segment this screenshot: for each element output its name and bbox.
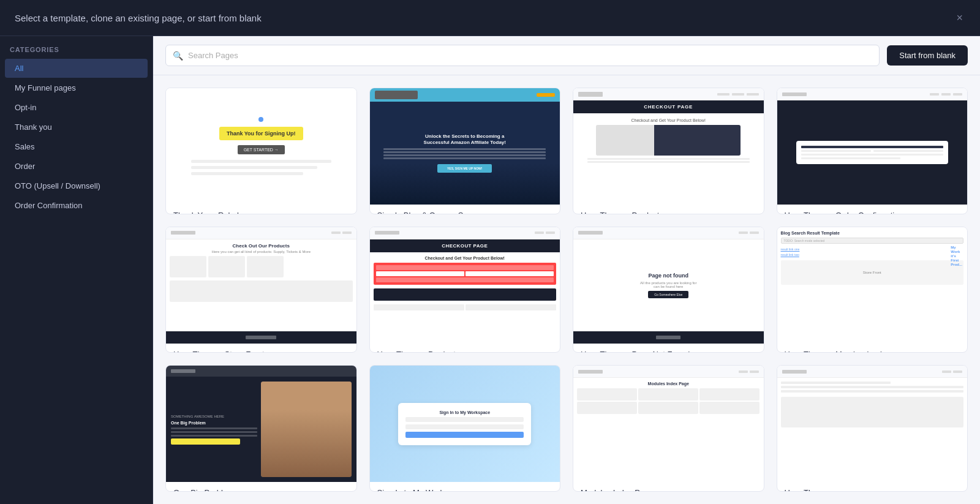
template-thumbnail: Page not found All the products you are … — [573, 227, 764, 344]
modal-body: Categories All My Funnel pages Opt-in Th… — [0, 36, 980, 504]
template-thumbnail: Check Out Our Products Here you can get … — [166, 227, 356, 344]
sidebar-item-thank-you[interactable]: Thank you — [5, 118, 148, 137]
template-name: Hero Theme - Member Login — [785, 350, 960, 353]
template-card[interactable]: Blog Search Result Template TODO: Search… — [777, 227, 968, 353]
template-card[interactable]: Page not found All the products you are … — [573, 227, 764, 353]
sidebar-item-order[interactable]: Order — [5, 157, 148, 176]
template-card[interactable]: CHECKOUT PAGE Checkout and Get Your Prod… — [369, 227, 561, 353]
template-card[interactable]: SOMETHING AWESOME HERE One Big Problem — [165, 365, 357, 492]
start-from-blank-button[interactable]: Start from blank — [887, 45, 968, 66]
template-thumbnail: CHECKOUT PAGE Checkout and Get Your Prod… — [370, 227, 560, 344]
template-info: Hero Theme - Product — [573, 205, 764, 214]
template-name: One Big Problem — [173, 488, 349, 492]
template-name: Simple Blue & Orange Squeeze — [377, 211, 553, 214]
toolbar: 🔍 Start from blank — [153, 36, 980, 75]
categories-label: Categories — [0, 46, 153, 58]
template-name: Thank You - Rebel — [173, 211, 349, 214]
template-info: One Big Problem — [166, 482, 356, 492]
search-wrapper: 🔍 — [165, 45, 880, 66]
template-name: Hero Theme - Order Confirmation — [785, 211, 960, 214]
sidebar-item-order-confirmation[interactable]: Order Confirmation — [5, 196, 148, 215]
template-thumbnail: CHECKOUT PAGE Checkout and Get Your Prod… — [573, 88, 764, 205]
template-card[interactable]: Sign In to My Workspace Sign In to My Wo… — [369, 365, 561, 492]
rebel-banner: Thank You for Signing Up! — [219, 127, 303, 140]
template-name: Hero Theme - Product — [377, 350, 553, 353]
template-thumbnail: Blog Search Result Template TODO: Search… — [777, 227, 968, 344]
template-info: Thank You - Rebel — [166, 205, 356, 214]
template-card[interactable]: Hero Theme - Order Confirmation System O… — [777, 88, 968, 214]
template-card[interactable]: Hero Theme — [777, 365, 968, 492]
template-name: Modules Index Page — [581, 488, 756, 492]
template-thumbnail: Thank You for Signing Up! GET STARTED → — [166, 88, 356, 205]
modal-title: Select a template, clone an existing pag… — [15, 13, 262, 23]
sidebar-item-all[interactable]: All — [5, 59, 148, 78]
template-info: Modules Index Page — [573, 482, 764, 492]
template-thumbnail — [777, 366, 968, 482]
template-thumbnail: Unlock the Secrets to Becoming aSuccessf… — [370, 88, 560, 205]
template-card[interactable]: Modules Index Page — [573, 365, 764, 492]
templates-grid: Thank You for Signing Up! GET STARTED → … — [153, 75, 980, 504]
sidebar-item-sales[interactable]: Sales — [5, 137, 148, 156]
template-info: Hero Theme - Member Login — [777, 344, 968, 353]
template-thumbnail — [777, 88, 968, 205]
template-thumbnail: Modules Index Page — [573, 366, 764, 482]
rebel-dot — [258, 117, 263, 122]
template-info: Simple Blue & Orange Squeeze — [370, 205, 560, 214]
template-card[interactable]: CHECKOUT PAGE Checkout and Get Your Prod… — [573, 88, 764, 214]
search-icon: 🔍 — [173, 51, 183, 61]
main-content: 🔍 Start from blank Thank You for Signing… — [153, 36, 980, 504]
rebel-cta: GET STARTED → — [238, 145, 285, 154]
sidebar-item-my-funnel[interactable]: My Funnel pages — [5, 78, 148, 97]
template-info: Hero Theme - Store Front — [166, 344, 356, 353]
template-name: Hero Theme - Store Front — [173, 350, 349, 353]
template-thumbnail: Sign In to My Workspace — [370, 366, 560, 482]
template-card[interactable]: Check Out Our Products Here you can get … — [165, 227, 357, 353]
template-name: Hero Theme - Page Not Found — [581, 350, 756, 353]
sidebar: Categories All My Funnel pages Opt-in Th… — [0, 36, 153, 504]
template-name: Hero Theme — [785, 488, 960, 492]
sidebar-item-oto[interactable]: OTO (Upsell / Downsell) — [5, 176, 148, 195]
search-input[interactable] — [165, 45, 880, 66]
modal-header: Select a template, clone an existing pag… — [0, 0, 980, 36]
template-info: Hero Theme — [777, 482, 968, 492]
template-thumbnail: SOMETHING AWESOME HERE One Big Problem — [166, 366, 356, 482]
close-button[interactable]: × — [954, 10, 965, 26]
template-info: Hero Theme - Page Not Found — [573, 344, 764, 353]
template-card[interactable]: Thank You for Signing Up! GET STARTED → … — [165, 88, 357, 214]
template-info: Sign In to My Workspace — [370, 482, 560, 492]
template-name: Sign In to My Workspace — [377, 488, 553, 492]
template-info: Hero Theme - Product — [370, 344, 560, 353]
template-info: Hero Theme - Order Confirmation System O… — [777, 205, 968, 214]
template-name: Hero Theme - Product — [581, 211, 756, 214]
template-card[interactable]: Unlock the Secrets to Becoming aSuccessf… — [369, 88, 561, 214]
sidebar-item-opt-in[interactable]: Opt-in — [5, 98, 148, 117]
